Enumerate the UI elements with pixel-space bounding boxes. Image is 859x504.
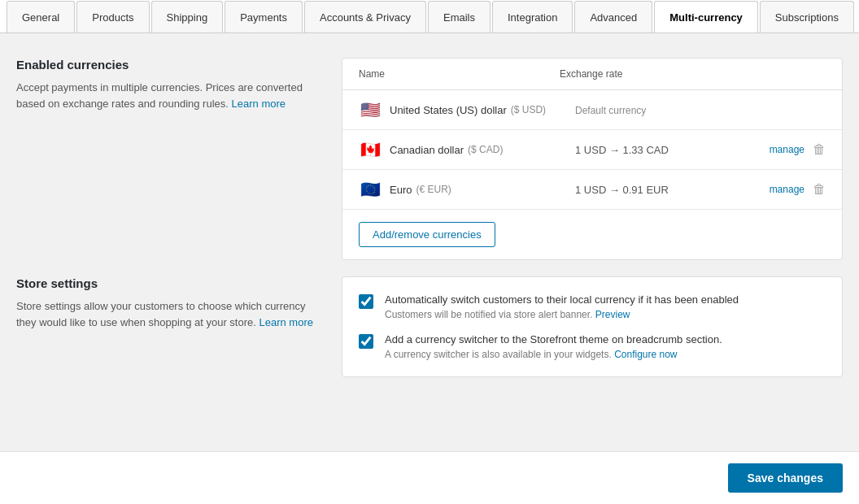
- auto-switch-checkbox[interactable]: [359, 294, 373, 309]
- tab-shipping[interactable]: Shipping: [151, 1, 224, 33]
- auto-switch-checkbox-wrap: [359, 294, 375, 311]
- tab-subscriptions[interactable]: Subscriptions: [760, 1, 854, 33]
- preview-link[interactable]: Preview: [595, 309, 630, 320]
- store-settings-learn-more-link[interactable]: Learn more: [259, 316, 312, 328]
- currencies-card: Name Exchange rate 🇺🇸 United States (US)…: [342, 58, 843, 260]
- currencies-title: Enabled currencies: [16, 58, 325, 72]
- flag-eur: 🇪🇺: [359, 181, 382, 198]
- tab-emails[interactable]: Emails: [428, 1, 491, 33]
- store-settings-card: Automatically switch customers to their …: [342, 276, 843, 377]
- main-content: Enabled currencies Accept payments in mu…: [0, 33, 859, 402]
- col-rate-header: Exchange rate: [560, 68, 761, 80]
- cad-code: ($ CAD): [468, 144, 503, 155]
- add-currencies-button[interactable]: Add/remove currencies: [359, 222, 495, 247]
- auto-switch-row: Automatically switch customers to their …: [359, 293, 826, 320]
- currency-switcher-checkbox[interactable]: [359, 334, 373, 349]
- store-settings-sidebar: Store settings Store settings allow your…: [16, 276, 325, 377]
- name-eur: Euro (€ EUR): [390, 184, 575, 196]
- tabs-bar: GeneralProductsShippingPaymentsAccounts …: [0, 0, 859, 33]
- add-currencies-wrapper: Add/remove currencies: [342, 210, 842, 259]
- eur-code: (€ EUR): [416, 184, 451, 195]
- default-currency-text: Default currency: [575, 105, 646, 116]
- configure-now-link[interactable]: Configure now: [614, 349, 677, 360]
- currency-switcher-row: Add a currency switcher to the Storefron…: [359, 333, 826, 360]
- tab-integration[interactable]: Integration: [492, 1, 573, 33]
- currency-table-header: Name Exchange rate: [342, 59, 842, 90]
- store-settings-title: Store settings: [16, 276, 325, 290]
- footer: Save changes: [0, 451, 859, 504]
- rate-usd: Default currency: [575, 104, 761, 116]
- tab-multi-currency[interactable]: Multi-currency: [654, 1, 758, 33]
- actions-cad: manage 🗑: [761, 142, 826, 157]
- store-settings-description: Store settings allow your customers to c…: [16, 298, 325, 330]
- save-changes-button[interactable]: Save changes: [728, 463, 843, 493]
- rate-eur: 1 USD → 0.91 EUR: [575, 184, 761, 196]
- delete-eur-icon[interactable]: 🗑: [813, 182, 826, 197]
- currency-switcher-checkbox-wrap: [359, 334, 375, 350]
- actions-eur: manage 🗑: [761, 182, 826, 197]
- col-name-header: Name: [359, 68, 560, 80]
- tab-payments[interactable]: Payments: [225, 1, 303, 33]
- tab-products[interactable]: Products: [76, 1, 149, 33]
- eur-name-text: Euro: [390, 184, 412, 196]
- currency-row-cad: 🇨🇦 Canadian dollar ($ CAD) 1 USD → 1.33 …: [342, 130, 842, 170]
- flag-usd: 🇺🇸: [359, 102, 382, 118]
- delete-cad-icon[interactable]: 🗑: [813, 142, 826, 157]
- rate-cad: 1 USD → 1.33 CAD: [575, 144, 761, 156]
- cad-name-text: Canadian dollar: [390, 144, 464, 156]
- usd-code: ($ USD): [511, 104, 546, 115]
- enabled-currencies-section: Enabled currencies Accept payments in mu…: [16, 58, 843, 260]
- manage-cad-link[interactable]: manage: [770, 144, 804, 155]
- tab-accounts-privacy[interactable]: Accounts & Privacy: [304, 1, 426, 33]
- usd-name-text: United States (US) dollar: [390, 104, 507, 116]
- currency-switcher-text: Add a currency switcher to the Storefron…: [385, 333, 826, 360]
- currencies-sidebar: Enabled currencies Accept payments in mu…: [16, 58, 325, 260]
- tab-general[interactable]: General: [7, 1, 75, 33]
- currency-switcher-sub: A currency switcher is also available in…: [385, 349, 678, 360]
- currencies-learn-more-link[interactable]: Learn more: [232, 98, 286, 110]
- auto-switch-text: Automatically switch customers to their …: [385, 293, 826, 320]
- currency-row-eur: 🇪🇺 Euro (€ EUR) 1 USD → 0.91 EUR manage …: [342, 170, 842, 210]
- manage-eur-link[interactable]: manage: [770, 184, 804, 195]
- currency-row-usd: 🇺🇸 United States (US) dollar ($ USD) Def…: [342, 90, 842, 130]
- tab-advanced[interactable]: Advanced: [574, 1, 652, 33]
- flag-cad: 🇨🇦: [359, 141, 382, 158]
- name-cad: Canadian dollar ($ CAD): [390, 144, 575, 156]
- auto-switch-label[interactable]: Automatically switch customers to their …: [385, 293, 826, 306]
- name-usd: United States (US) dollar ($ USD): [390, 104, 575, 116]
- settings-card-inner: Automatically switch customers to their …: [342, 277, 842, 376]
- currencies-description: Accept payments in multiple currencies. …: [16, 80, 325, 111]
- auto-switch-sub: Customers will be notified via store ale…: [385, 309, 630, 320]
- col-actions-header: [761, 68, 826, 80]
- currency-switcher-label[interactable]: Add a currency switcher to the Storefron…: [385, 333, 826, 345]
- store-settings-section: Store settings Store settings allow your…: [16, 276, 843, 377]
